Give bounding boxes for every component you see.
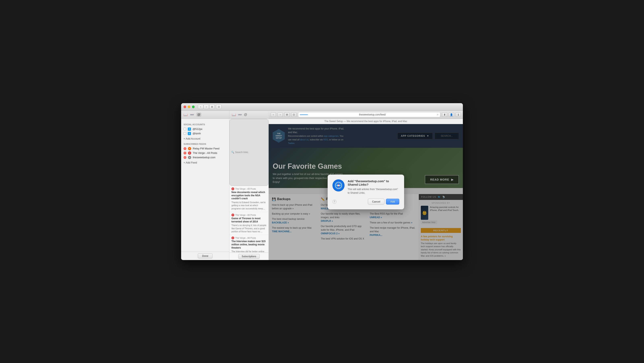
address-text: thesweetsetup.com/feed/ [309, 113, 436, 116]
sweet-icon: S [188, 156, 191, 159]
title-bar: ‹ › ⊞ ⊡ [181, 103, 463, 111]
article-item-1[interactable]: V The Verge - All Posts Game of Thrones … [230, 212, 268, 235]
article-source-2: V The Verge - All Posts [232, 237, 266, 239]
middle-bookmarks-icon[interactable]: 📖 [232, 113, 236, 117]
twitter-icon-512px: t [188, 127, 191, 131]
dialog-footer: ? Cancel Add [332, 199, 399, 205]
done-button[interactable]: Done [198, 253, 212, 258]
help-button[interactable]: ? [332, 200, 336, 204]
share-button[interactable]: ⬆ [442, 112, 447, 117]
left-panel-footer: Done [181, 252, 229, 260]
subscribed-feeds-label: Subscribed Feeds [184, 143, 227, 145]
sidebar-toggle-button[interactable]: ⊞ [209, 105, 215, 109]
dialog-title: Add "thesweetsetup.com" to Shared Links? [348, 179, 399, 186]
feed-relay: × R Relay FM Master Feed [184, 146, 227, 151]
airdrop-button[interactable]: 👤 [449, 112, 454, 117]
article-preview-0: Thanks to Edward Snowden, we're getting … [232, 201, 266, 210]
dialog-content: Add "thesweetsetup.com" to Shared Links?… [332, 179, 399, 195]
browser-forward-button[interactable]: › [278, 112, 283, 117]
middle-panel: 📖 👓 @ 🔍 Search links V The Verge - All P… [230, 111, 269, 260]
address-bar[interactable]: thesweetsetup.com/feed/ × [298, 112, 440, 117]
dialog-desc: This will add articles from "thesweetset… [348, 187, 399, 195]
feed-name-sweet: thesweetsetup.com [193, 156, 215, 159]
shared-links-icon[interactable]: @ [196, 113, 201, 117]
back-button[interactable]: ‹ [198, 105, 204, 109]
subscriptions-button[interactable]: Subscriptions [238, 254, 260, 259]
article-item-2[interactable]: V The Verge - All Posts The Interview ma… [230, 235, 268, 252]
left-panel: 📖 👓 @ Social Accounts t @512px t @ismh +… [181, 111, 230, 260]
search-icon: 🔍 [231, 151, 234, 154]
svg-marker-2 [336, 185, 341, 186]
browser-chrome: 📖 👓 @ Social Accounts t @512px t @ismh +… [181, 111, 463, 260]
right-panel: ‹ › ⊞ ⊡ thesweetsetup.com/feed/ × ⬆ 👤 ℹ … [269, 111, 463, 260]
article-source-name-0: The Verge - All Posts [235, 188, 256, 190]
middle-shared-icon[interactable]: @ [244, 113, 247, 116]
verge-source-icon-1: V [232, 214, 234, 216]
forward-button[interactable]: › [204, 105, 209, 109]
article-title-0: New documents reveal which encryption to… [232, 191, 266, 200]
middle-footer: Subscriptions [230, 253, 268, 260]
add-account-button[interactable]: + Add Account [184, 137, 227, 141]
article-source-name-2: The Verge - All Posts [235, 237, 256, 239]
search-placeholder: Search links [235, 151, 248, 154]
article-source-name-1: The Verge - All Posts [235, 214, 256, 216]
browser-content: THESWEETSETUP We recommend the best apps… [269, 124, 463, 260]
remove-feed-relay-button[interactable]: × [184, 147, 186, 150]
safari-compass-svg [335, 182, 342, 189]
add-feed-button[interactable]: + Add Feed [184, 160, 227, 165]
dialog-text-area: Add "thesweetsetup.com" to Shared Links?… [348, 179, 399, 195]
tab-button[interactable]: ⊡ [216, 105, 222, 109]
close-button[interactable] [184, 106, 186, 108]
account-512px: t @512px [184, 127, 227, 131]
account-handle-512px: @512px [192, 127, 202, 130]
account-ismh: t @ismh [184, 131, 227, 136]
browser-tab-button[interactable]: ⊡ [291, 112, 296, 117]
progress-bar [300, 114, 308, 115]
account-checkbox-ismh[interactable] [184, 132, 186, 135]
verge-source-icon-2: V [232, 237, 234, 239]
article-preview-2: The Interview did far better online than… [232, 250, 266, 252]
social-accounts-label: Social Accounts [184, 123, 227, 126]
middle-reading-icon[interactable]: 👓 [238, 113, 242, 117]
account-checkbox-512px[interactable] [184, 128, 186, 130]
browser-sidebar-button[interactable]: ⊞ [284, 112, 290, 117]
browser-back-button[interactable]: ‹ [271, 112, 276, 117]
article-title-1: Game of Thrones is most torrented show o… [232, 217, 266, 223]
account-handle-ismh: @ismh [192, 132, 201, 135]
mac-window: ‹ › ⊞ ⊡ 📖 👓 @ Social Accounts t @512px [181, 103, 463, 260]
article-preview-1: There's no denying it: lots of people li… [232, 224, 266, 233]
add-account-label: + Add Account [184, 137, 200, 140]
cancel-button[interactable]: Cancel [368, 199, 384, 205]
search-box[interactable]: 🔍 Search links [230, 119, 268, 186]
article-source-1: V The Verge - All Posts [232, 214, 266, 216]
feed-verge: × V The Verge - All Posts [184, 151, 227, 155]
address-bar-close-button[interactable]: × [437, 113, 438, 116]
add-button[interactable]: Add [386, 199, 399, 205]
article-title-2: The Interview makes over $15 million onl… [232, 240, 266, 249]
bookmarks-icon[interactable]: 📖 [184, 113, 188, 117]
dialog-box: Add "thesweetsetup.com" to Shared Links?… [328, 175, 404, 209]
remove-feed-verge-button[interactable]: × [184, 152, 186, 154]
maximize-button[interactable] [192, 106, 194, 108]
article-source-0: V The Verge - All Posts [232, 187, 266, 190]
minimize-button[interactable] [188, 106, 190, 108]
browser-toolbar: ‹ › ⊞ ⊡ thesweetsetup.com/feed/ × ⬆ 👤 ℹ [269, 111, 463, 119]
browser-info-bar: The Sweet Setup — We recommend the best … [269, 119, 463, 124]
safari-icon [332, 179, 344, 191]
dialog-overlay: Add "thesweetsetup.com" to Shared Links?… [269, 124, 463, 260]
relay-icon: R [188, 147, 191, 150]
verge-source-icon-0: V [232, 187, 234, 190]
article-item-0[interactable]: V The Verge - All Posts New documents re… [230, 186, 268, 212]
reading-list-icon[interactable]: 👓 [190, 113, 194, 117]
info-button[interactable]: ℹ [456, 112, 461, 117]
twitter-icon-ismh: t [188, 132, 191, 135]
traffic-lights [184, 106, 194, 108]
feed-name-relay: Relay FM Master Feed [193, 147, 219, 150]
left-panel-toolbar: 📖 👓 @ [181, 111, 229, 119]
articles-list: V The Verge - All Posts New documents re… [230, 186, 268, 253]
left-panel-content: Social Accounts t @512px t @ismh + Add A… [181, 119, 229, 252]
feed-name-verge: The Verge - All Posts [193, 151, 217, 154]
feed-sweetsetup: × S thesweetsetup.com [184, 155, 227, 160]
remove-feed-sweet-button[interactable]: × [184, 156, 186, 159]
browser-info-text: The Sweet Setup — We recommend the best … [324, 120, 407, 123]
